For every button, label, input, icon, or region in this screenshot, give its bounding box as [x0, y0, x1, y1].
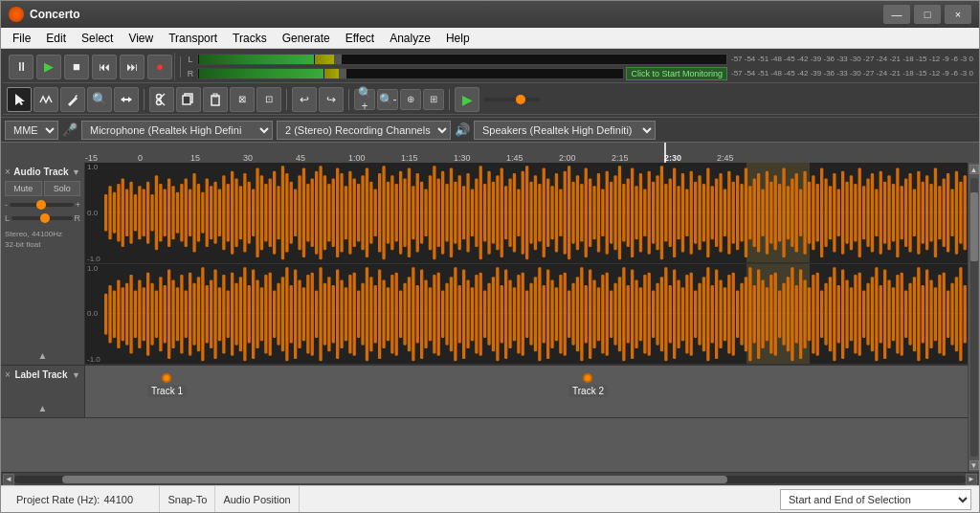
- svg-rect-138: [648, 171, 651, 255]
- project-rate-input[interactable]: [103, 494, 151, 505]
- output-device-select[interactable]: Speakers (Realtek High Definiti): [474, 121, 656, 140]
- zoom-in-button[interactable]: 🔍+: [354, 89, 375, 110]
- silence-button[interactable]: ⊡: [256, 87, 281, 112]
- maximize-button[interactable]: □: [914, 5, 941, 24]
- svg-rect-173: [791, 179, 793, 248]
- vertical-scrollbar[interactable]: ▲ ▼: [968, 163, 979, 472]
- svg-rect-230: [164, 285, 167, 344]
- pan-slider[interactable]: [11, 216, 72, 220]
- tracks-scroll[interactable]: × Audio Track ▼ Mute Solo -: [1, 163, 968, 472]
- paste-button[interactable]: [203, 87, 228, 112]
- svg-rect-225: [143, 287, 145, 341]
- svg-rect-238: [197, 277, 200, 351]
- menu-transport[interactable]: Transport: [161, 30, 225, 47]
- menu-file[interactable]: File: [5, 30, 38, 47]
- menu-tracks[interactable]: Tracks: [225, 30, 275, 47]
- svg-rect-327: [571, 282, 574, 345]
- svg-rect-308: [492, 277, 495, 351]
- menu-effect[interactable]: Effect: [338, 30, 382, 47]
- input-device-select[interactable]: Microphone (Realtek High Defini: [81, 121, 273, 140]
- svg-rect-281: [378, 269, 381, 359]
- h-scroll-thumb[interactable]: [62, 476, 728, 483]
- svg-rect-196: [887, 175, 890, 250]
- svg-rect-374: [766, 287, 768, 341]
- tl-mark: 30: [243, 153, 253, 163]
- record-button[interactable]: ●: [147, 55, 172, 79]
- svg-rect-324: [559, 275, 562, 354]
- svg-rect-95: [466, 173, 469, 253]
- svg-rect-131: [618, 166, 621, 259]
- svg-rect-125: [592, 186, 595, 239]
- svg-rect-261: [294, 269, 297, 359]
- mute-button[interactable]: Mute: [5, 181, 42, 196]
- svg-rect-301: [462, 269, 465, 359]
- audio-api-select[interactable]: MME: [5, 121, 58, 140]
- play-speed-button[interactable]: ▶: [455, 87, 479, 112]
- pause-button[interactable]: ⏸: [9, 55, 33, 79]
- trim-button[interactable]: ⊠: [230, 87, 255, 112]
- zoom-out-button[interactable]: 🔍-: [377, 89, 398, 110]
- envelope-tool-button[interactable]: [33, 87, 58, 112]
- scroll-right-arrow[interactable]: ►: [966, 474, 977, 485]
- h-scroll-track[interactable]: [14, 476, 966, 483]
- svg-rect-319: [538, 267, 541, 361]
- scroll-up-arrow[interactable]: ▲: [969, 165, 979, 174]
- click-monitor-button[interactable]: Click to Start Monitoring: [626, 67, 727, 80]
- svg-rect-241: [210, 279, 212, 348]
- redo-button[interactable]: ↪: [319, 87, 344, 112]
- scroll-down-arrow[interactable]: ▼: [969, 460, 979, 470]
- label-track-arrow[interactable]: ▼: [72, 370, 80, 380]
- menu-generate[interactable]: Generate: [275, 30, 338, 47]
- svg-rect-197: [892, 184, 895, 242]
- tl-mark: 0: [138, 153, 143, 163]
- label-item-track2: Track 2: [568, 373, 608, 397]
- menu-analyze[interactable]: Analyze: [382, 30, 438, 47]
- track-close-button[interactable]: ×: [5, 167, 11, 177]
- scroll-thumb-v[interactable]: [970, 192, 978, 262]
- undo-button[interactable]: ↩: [292, 87, 317, 112]
- svg-rect-181: [824, 179, 827, 248]
- gain-slider[interactable]: [10, 203, 74, 207]
- menu-help[interactable]: Help: [438, 30, 478, 47]
- svg-rect-89: [441, 171, 444, 255]
- speed-slider[interactable]: [483, 98, 541, 101]
- svg-rect-208: [938, 186, 941, 239]
- snap-to-section: Snap-To: [160, 486, 215, 512]
- zoom-sel-button[interactable]: ⊞: [423, 89, 444, 110]
- label-track-close[interactable]: ×: [5, 369, 11, 380]
- playhead-line: [664, 143, 666, 163]
- draw-tool-button[interactable]: [60, 87, 85, 112]
- svg-rect-332: [592, 279, 595, 348]
- svg-rect-174: [795, 173, 798, 253]
- svg-rect-143: [669, 179, 672, 248]
- cut-button[interactable]: [149, 87, 174, 112]
- svg-rect-216: [104, 293, 107, 334]
- solo-button[interactable]: Solo: [44, 181, 81, 196]
- svg-rect-189: [858, 168, 861, 258]
- svg-rect-326: [568, 290, 570, 338]
- menu-edit[interactable]: Edit: [38, 30, 74, 47]
- track-menu-arrow[interactable]: ▼: [72, 167, 80, 177]
- skip-end-button[interactable]: ⏭: [120, 55, 145, 79]
- pan-row: L R: [5, 213, 80, 223]
- menu-view[interactable]: View: [121, 30, 161, 47]
- channels-select[interactable]: 2 (Stereo) Recording Channels: [277, 121, 451, 140]
- copy-button[interactable]: [176, 87, 201, 112]
- menu-select[interactable]: Select: [74, 30, 121, 47]
- zoom-tool-button[interactable]: 🔍: [87, 87, 112, 112]
- svg-rect-110: [529, 182, 532, 244]
- play-button[interactable]: ▶: [36, 55, 61, 79]
- svg-rect-65: [340, 173, 343, 253]
- stop-button[interactable]: ■: [64, 55, 89, 79]
- label-collapse-button[interactable]: ▲: [38, 403, 48, 413]
- timeshift-tool-button[interactable]: [114, 87, 139, 112]
- svg-rect-277: [361, 282, 364, 345]
- minimize-button[interactable]: —: [883, 5, 910, 24]
- skip-start-button[interactable]: ⏮: [92, 55, 117, 79]
- zoom-fit-button[interactable]: ⊕: [400, 89, 421, 110]
- scroll-left-arrow[interactable]: ◄: [3, 474, 14, 485]
- selection-tool-button[interactable]: [7, 87, 32, 112]
- close-button[interactable]: ×: [945, 5, 971, 24]
- collapse-button[interactable]: ▲: [38, 350, 48, 361]
- selection-mode-select[interactable]: Start and End of Selection Start and Len…: [780, 489, 971, 510]
